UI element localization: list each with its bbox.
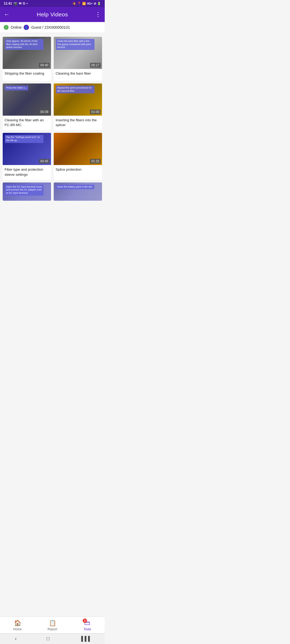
partial-overlay-2: Insert the battery pack in the slot.: [56, 185, 94, 189]
video-caption-cleave: Cleaving the fiber with an FC-8R-MC: [3, 116, 51, 130]
video-overlay-strip: Strip approx. 30-40mm of the fiber coati…: [5, 39, 44, 50]
partial-row: Open the DC input terminal cover and con…: [3, 182, 102, 201]
network-icon: 4G+: [87, 2, 93, 5]
video-duration-cleave: 00:39: [39, 109, 50, 114]
video-duration-clean: 00:17: [90, 63, 101, 68]
video-caption-insert: Inserting the fibers into the splicer: [54, 116, 102, 130]
mute-icon: 🔇: [73, 2, 76, 5]
videos-container: Strip approx. 30-40mm of the fiber coati…: [0, 33, 105, 233]
video-item-clean[interactable]: Clean the bare fiber with a lint-free ga…: [54, 37, 102, 81]
video-item-strip[interactable]: Strip approx. 30-40mm of the fiber coati…: [3, 37, 51, 81]
back-button[interactable]: ←: [4, 11, 10, 18]
google-icon: G: [23, 2, 25, 5]
video-duration-insert: 01:00: [90, 109, 101, 114]
user-label: Guest / 23X000000101: [31, 25, 70, 30]
video-thumb-strip: Strip approx. 30-40mm of the fiber coati…: [3, 37, 51, 69]
app-header: ← Help Videos ⋮: [0, 7, 105, 22]
online-status-icon: ✓: [4, 25, 9, 30]
online-status-label: Online: [11, 25, 21, 30]
video-item-insert[interactable]: Repeat the same procedures for the secon…: [54, 83, 102, 130]
video-overlay-insert: Repeat the same procedures for the secon…: [56, 86, 95, 93]
video-caption-clean: Cleaning the bare fiber: [54, 69, 102, 81]
video-caption-fiber: Fiber type and protection sleeve setting…: [3, 165, 51, 180]
status-right: 🔇 📍 📶 4G+ ⊘ 🔋: [73, 2, 101, 5]
dot-icon: •: [27, 2, 28, 5]
guest-icon: 👤: [24, 25, 29, 30]
partial-item-2[interactable]: Insert the battery pack in the slot.: [54, 182, 102, 201]
video-item-cleave[interactable]: Press the slider u... 00:39 Cleaving the…: [3, 83, 51, 130]
video-thumb-fiber: Tap the "Settings panel icon" at the lef…: [3, 133, 51, 165]
video-thumb-insert: Repeat the same procedures for the secon…: [54, 83, 102, 116]
video-duration-fiber: 00:45: [39, 159, 50, 164]
videos-grid: Strip approx. 30-40mm of the fiber coati…: [3, 37, 102, 180]
video-item-fiber[interactable]: Tap the "Settings panel icon" at the lef…: [3, 133, 51, 180]
battery-icon: 🔋: [97, 2, 101, 5]
video-caption-splice: Splice protection: [54, 165, 102, 177]
mail-icon: ✉: [19, 2, 21, 5]
page-title: Help Videos: [37, 11, 68, 18]
online-bar: ✓ Online 👤 Guest / 23X000000101: [0, 22, 105, 33]
video-overlay-fiber: Tap the "Settings panel icon" at the lef…: [5, 135, 44, 143]
wifi-icon: 📶: [82, 2, 86, 5]
status-bar: 11:41 📷 ✉ G • 🔇 📍 📶 4G+ ⊘ 🔋: [0, 0, 105, 7]
video-overlay-cleave: Press the slider u...: [5, 86, 28, 90]
video-duration-splice: 01:32: [90, 159, 101, 164]
camera-icon: 📷: [13, 2, 17, 5]
video-thumb-cleave: Press the slider u... 00:39: [3, 83, 51, 116]
video-thumb-splice: 01:32: [54, 133, 102, 165]
video-item-splice[interactable]: 01:32 Splice protection: [54, 133, 102, 180]
time: 11:41: [4, 2, 12, 5]
video-thumb-clean: Clean the bare fiber with a lint-free ga…: [54, 37, 102, 69]
location-icon: 📍: [77, 2, 81, 5]
video-caption-strip: Stripping the fiber coating: [3, 69, 51, 81]
video-duration-strip: 00:40: [39, 63, 50, 68]
more-menu-button[interactable]: ⋮: [95, 11, 101, 18]
block-icon: ⊘: [94, 2, 96, 5]
partial-item-1[interactable]: Open the DC input terminal cover and con…: [3, 182, 51, 201]
status-left: 11:41 📷 ✉ G •: [4, 2, 28, 5]
video-overlay-clean: Clean the bare fiber with a lint-free ga…: [56, 39, 95, 50]
partial-overlay-1: Open the DC input terminal cover and con…: [5, 185, 44, 196]
